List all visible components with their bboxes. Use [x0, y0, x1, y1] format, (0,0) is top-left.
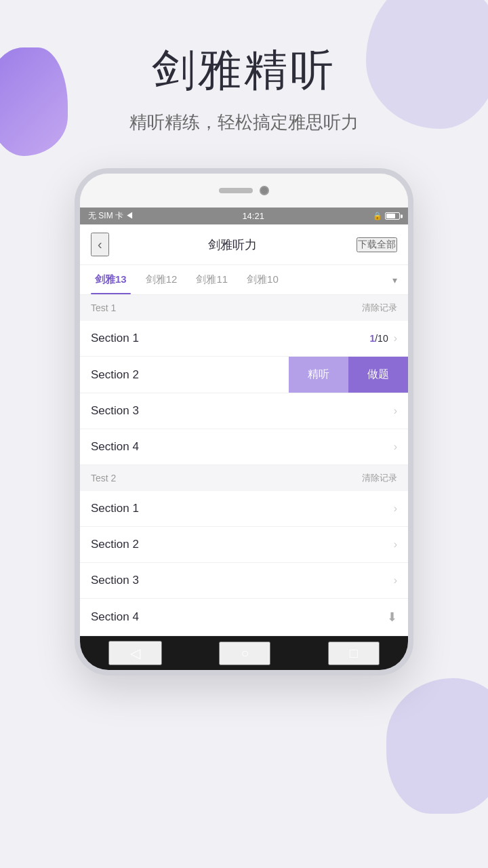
t2-section1-label: Section 1: [91, 502, 139, 515]
header-section: 剑雅精听 精听精练，轻松搞定雅思听力: [0, 0, 488, 155]
zuoti-button[interactable]: 做题: [348, 357, 408, 393]
test2-section1[interactable]: Section 1 ›: [80, 491, 408, 527]
t2-section2-chevron-icon: ›: [394, 538, 397, 551]
section1-progress: 1/10: [369, 333, 388, 344]
test2-section2[interactable]: Section 2 ›: [80, 527, 408, 563]
test1-section3[interactable]: Section 3 ›: [80, 393, 408, 429]
section1-chevron-icon: ›: [394, 332, 397, 344]
test1-label: Test 1: [91, 302, 116, 313]
test1-section4[interactable]: Section 4 ›: [80, 429, 408, 465]
test1-section2[interactable]: Section 2 精听 做题: [80, 357, 408, 393]
battery-icon: [385, 212, 400, 220]
content-area: Test 1 清除记录 Section 1 1/10 › Section 2 精…: [80, 295, 408, 636]
section1-right: 1/10 ›: [369, 332, 397, 344]
app-header-title: 剑雅听力: [208, 237, 257, 253]
section1-label: Section 1: [91, 332, 139, 345]
test1-clear-button[interactable]: 清除记录: [362, 302, 397, 314]
section4-label: Section 4: [91, 440, 139, 454]
tab-jianya11[interactable]: 剑雅11: [186, 265, 237, 294]
test1-section1[interactable]: Section 1 1/10 ›: [80, 321, 408, 357]
app-subtitle: 精听精练，轻松搞定雅思听力: [27, 111, 461, 134]
test2-clear-button[interactable]: 清除记录: [362, 472, 397, 484]
status-right: 🔒: [373, 212, 400, 220]
bg-decoration-bottom-right: [386, 678, 488, 814]
status-bar: 无 SIM 卡 ◀ 14:21 🔒: [80, 208, 408, 224]
phone-notch: [219, 186, 269, 195]
download-all-button[interactable]: 下载全部: [357, 237, 397, 252]
tab-more-button[interactable]: ▾: [387, 267, 403, 294]
app-title: 剑雅精听: [27, 41, 461, 100]
tab-jianya10[interactable]: 剑雅10: [237, 265, 288, 294]
section2-label: Section 2: [80, 357, 150, 393]
phone-container: 无 SIM 卡 ◀ 14:21 🔒 ‹ 剑雅听力 下载全部 剑雅13 剑雅12: [0, 168, 488, 675]
phone-camera: [260, 186, 269, 195]
bottom-nav: ◁ ○ □: [80, 636, 408, 670]
back-button[interactable]: ‹: [91, 233, 109, 256]
phone-top-bar: [80, 174, 408, 208]
test1-header: Test 1 清除记录: [80, 295, 408, 321]
phone-speaker: [219, 188, 253, 193]
section3-chevron-icon: ›: [394, 405, 397, 417]
section4-chevron-icon: ›: [394, 441, 397, 453]
tab-jianya13[interactable]: 剑雅13: [85, 265, 136, 294]
status-carrier: 无 SIM 卡 ◀: [88, 210, 134, 222]
nav-recent-button[interactable]: □: [328, 642, 380, 665]
nav-back-button[interactable]: ◁: [108, 641, 162, 665]
tabs-container: 剑雅13 剑雅12 剑雅11 剑雅10 ▾: [80, 265, 408, 295]
t2-section4-label: Section 4: [91, 610, 139, 624]
battery-fill: [386, 214, 395, 218]
t2-section2-label: Section 2: [91, 538, 139, 551]
phone-mockup: 无 SIM 卡 ◀ 14:21 🔒 ‹ 剑雅听力 下载全部 剑雅13 剑雅12: [75, 168, 413, 675]
test2-header: Test 2 清除记录: [80, 465, 408, 491]
t2-section1-chevron-icon: ›: [394, 502, 397, 515]
jiting-button[interactable]: 精听: [289, 357, 348, 393]
nav-home-button[interactable]: ○: [219, 642, 270, 665]
test2-section4[interactable]: Section 4 ⬇: [80, 599, 408, 636]
tab-jianya12[interactable]: 剑雅12: [136, 265, 187, 294]
status-time: 14:21: [242, 211, 264, 221]
section2-actions: 精听 做题: [150, 357, 408, 393]
t2-section3-chevron-icon: ›: [394, 574, 397, 587]
lock-icon: 🔒: [373, 212, 382, 220]
test2-section3[interactable]: Section 3 ›: [80, 563, 408, 599]
app-header: ‹ 剑雅听力 下载全部: [80, 224, 408, 265]
test2-label: Test 2: [91, 473, 116, 484]
t2-section3-label: Section 3: [91, 574, 139, 587]
section3-label: Section 3: [91, 404, 139, 418]
download-icon: ⬇: [387, 610, 397, 625]
